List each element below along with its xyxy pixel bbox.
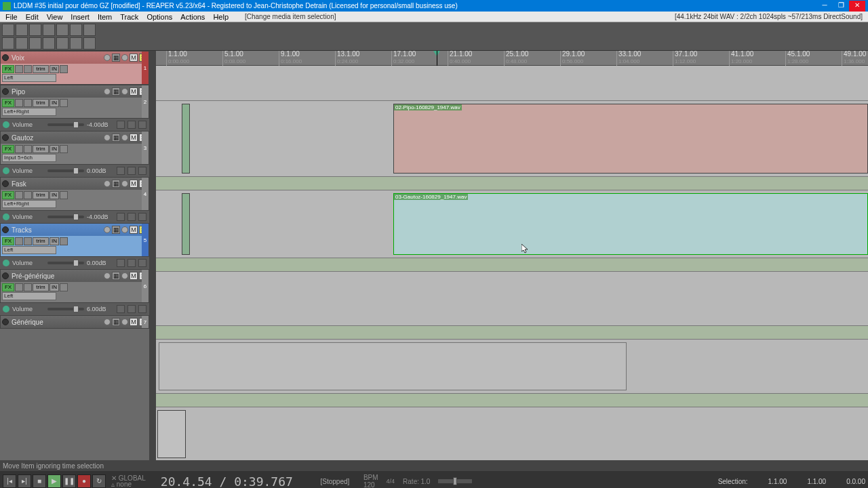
- fx-bypass[interactable]: [15, 283, 23, 291]
- transport-end[interactable]: ▸|: [18, 474, 31, 488]
- clip-pregen[interactable]: [157, 410, 186, 458]
- env-arm[interactable]: [127, 305, 136, 313]
- route-select[interactable]: Left+Right: [2, 108, 56, 116]
- fx-bypass[interactable]: [15, 237, 23, 245]
- fx-bypass[interactable]: [15, 99, 23, 107]
- volume-envelope-lane[interactable]: Volume6.00dB: [0, 303, 149, 315]
- env-arm[interactable]: [127, 259, 136, 267]
- env-toggle[interactable]: [3, 260, 9, 266]
- toolbar-grid[interactable]: [56, 24, 68, 36]
- volume-slider[interactable]: [47, 169, 84, 172]
- record-arm[interactable]: [2, 226, 9, 233]
- monitor-button[interactable]: [60, 99, 68, 107]
- track-pipo[interactable]: Pipo▦MSFXtrimINLeft+Right2: [0, 85, 149, 119]
- fx-button[interactable]: FX: [2, 237, 14, 245]
- mute-button[interactable]: M: [130, 134, 138, 142]
- phase-button[interactable]: [24, 65, 32, 73]
- track-générique[interactable]: Générique▦MS7: [0, 315, 149, 329]
- volume-envelope-lane[interactable]: Volume-4.00dB: [0, 211, 149, 223]
- record-arm[interactable]: [2, 272, 9, 279]
- track-name[interactable]: Pré-générique: [10, 272, 102, 280]
- menu-view[interactable]: View: [43, 13, 67, 21]
- lane-gautoz-env[interactable]: [156, 258, 868, 272]
- phase-button[interactable]: [24, 99, 32, 107]
- trim-button[interactable]: trim: [33, 283, 49, 291]
- volume-slider[interactable]: [47, 216, 84, 218]
- lane-pipo[interactable]: 02-Pipo-160829_1947.wav: [156, 101, 868, 177]
- volume-envelope-lane[interactable]: Volume0.00dB: [0, 257, 149, 269]
- track-name[interactable]: Fask: [10, 180, 102, 188]
- transport-rate[interactable]: Rate: 1.0: [403, 478, 430, 485]
- lane-gautoz[interactable]: 03-Gautoz-160829_1947.wav: [156, 190, 868, 258]
- vol-knob[interactable]: [121, 88, 128, 95]
- env-bypass[interactable]: [138, 121, 146, 129]
- fx-bypass[interactable]: [15, 65, 23, 73]
- fx-button[interactable]: FX: [2, 283, 14, 291]
- toolbar-b5[interactable]: [56, 37, 68, 49]
- pan-knob[interactable]: [104, 134, 111, 141]
- trim-button[interactable]: trim: [33, 99, 49, 107]
- phase-button[interactable]: [24, 145, 32, 153]
- phase-button[interactable]: [24, 191, 32, 199]
- menu-insert[interactable]: Insert: [66, 13, 94, 21]
- mute-button[interactable]: M: [130, 226, 138, 234]
- routing-button[interactable]: ▦: [112, 318, 120, 326]
- vol-knob[interactable]: [121, 134, 128, 141]
- lane-fask-env[interactable]: [156, 326, 868, 340]
- maximize-button[interactable]: ❐: [833, 1, 849, 12]
- pan-knob[interactable]: [104, 226, 111, 233]
- toolbar-move-envelope[interactable]: [43, 24, 55, 36]
- menu-help[interactable]: Help: [209, 13, 233, 21]
- menu-track[interactable]: Track: [116, 13, 142, 21]
- vol-knob[interactable]: [121, 272, 128, 279]
- record-arm[interactable]: [2, 54, 9, 61]
- pan-knob[interactable]: [104, 180, 111, 187]
- transport-timecode[interactable]: 20.4.54 / 0:39.767: [161, 474, 293, 489]
- lane-pipo-env[interactable]: [156, 177, 868, 190]
- menu-file[interactable]: File: [1, 13, 22, 21]
- routing-button[interactable]: ▦: [112, 134, 120, 142]
- pan-knob[interactable]: [104, 319, 111, 325]
- volume-slider[interactable]: [47, 123, 84, 126]
- transport-stop[interactable]: ■: [33, 474, 46, 488]
- monitor-button[interactable]: [60, 65, 68, 73]
- toolbar-snap[interactable]: [70, 24, 82, 36]
- routing-button[interactable]: ▦: [112, 87, 120, 96]
- lane-fask[interactable]: [156, 272, 868, 326]
- env-toggle[interactable]: [3, 167, 9, 174]
- mute-button[interactable]: M: [130, 180, 138, 188]
- env-bypass[interactable]: [138, 305, 146, 313]
- input-button[interactable]: IN: [50, 283, 59, 291]
- menu-edit[interactable]: Edit: [22, 13, 43, 21]
- track-name[interactable]: Pipo: [10, 88, 102, 96]
- clip-pipo-main[interactable]: 02-Pipo-160829_1947.wav: [393, 104, 868, 174]
- route-select[interactable]: Input 5+6ch: [2, 154, 56, 162]
- monitor-button[interactable]: [60, 191, 68, 199]
- volume-envelope-lane[interactable]: Volume0.00dB: [0, 165, 149, 177]
- selection-info[interactable]: Selection: 1.1.00 1.1.00 0.0.00: [718, 478, 865, 485]
- record-arm[interactable]: [2, 88, 9, 95]
- env-toggle[interactable]: [3, 306, 9, 312]
- mute-button[interactable]: M: [130, 318, 138, 326]
- toolbar-ripple[interactable]: [29, 24, 41, 36]
- route-select[interactable]: Left: [2, 74, 56, 82]
- env-mode[interactable]: [117, 305, 125, 313]
- vol-knob[interactable]: [121, 54, 128, 61]
- env-bypass[interactable]: [138, 259, 146, 267]
- env-arm[interactable]: [127, 167, 136, 175]
- fx-button[interactable]: FX: [2, 145, 14, 153]
- trim-button[interactable]: trim: [33, 65, 49, 73]
- mute-button[interactable]: M: [130, 272, 138, 280]
- toolbar-locking[interactable]: [83, 24, 96, 36]
- env-mode[interactable]: [117, 259, 125, 267]
- transport-record[interactable]: ●: [77, 474, 91, 488]
- toolbar-b4[interactable]: [43, 37, 55, 49]
- toolbar-b6[interactable]: [70, 37, 82, 49]
- audio-device-info[interactable]: [44.1kHz 24bit WAV : 2/2ch 1024spls ~57/…: [675, 13, 867, 20]
- input-button[interactable]: IN: [50, 191, 59, 199]
- toolbar-item-grouping[interactable]: [16, 24, 28, 36]
- track-gautoz[interactable]: Gautoz▦MSFXtrimINInput 5+6ch3: [0, 131, 149, 165]
- lane-voix[interactable]: [156, 66, 868, 101]
- pan-knob[interactable]: [104, 54, 111, 61]
- input-button[interactable]: IN: [50, 237, 59, 245]
